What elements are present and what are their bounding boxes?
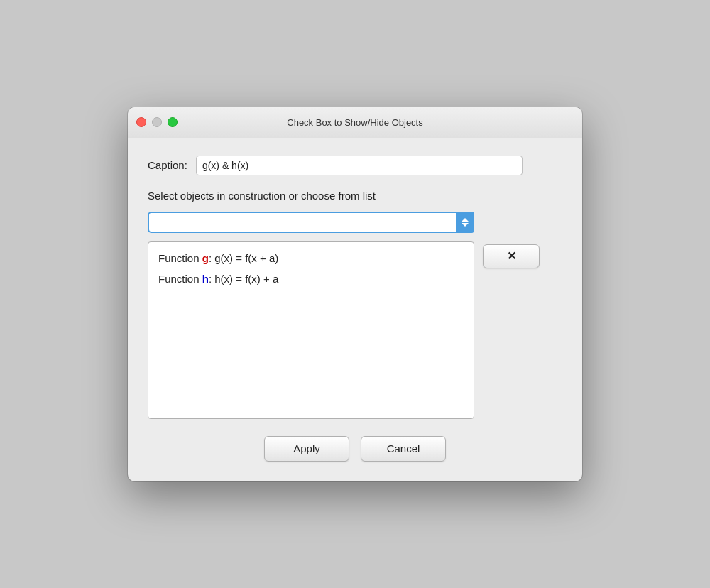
remove-button[interactable]: ✕ [483, 244, 540, 268]
list-item-suffix-1: : g(x) = f(x + a) [209, 252, 278, 264]
list-item-prefix-2: Function [158, 273, 202, 285]
close-button[interactable] [136, 117, 146, 127]
dialog-window: Check Box to Show/Hide Objects Caption: … [128, 107, 582, 481]
object-dropdown-wrapper [148, 212, 474, 233]
maximize-button[interactable] [168, 117, 178, 127]
dialog-content: Caption: Select objects in construction … [128, 138, 582, 481]
dropdown-row [148, 212, 562, 233]
list-area-row: Function g: g(x) = f(x + a) Function h: … [148, 241, 562, 419]
window-title: Check Box to Show/Hide Objects [287, 117, 422, 128]
minimize-button[interactable] [152, 117, 162, 127]
caption-label: Caption: [148, 159, 187, 171]
list-item[interactable]: Function g: g(x) = f(x + a) [151, 248, 471, 268]
object-dropdown[interactable] [148, 212, 474, 233]
traffic-lights [136, 117, 178, 127]
apply-button[interactable]: Apply [264, 436, 349, 462]
caption-input[interactable] [196, 156, 523, 175]
list-item-prefix-1: Function [158, 252, 202, 264]
caption-row: Caption: [148, 156, 562, 175]
action-buttons-row: Apply Cancel [148, 436, 562, 462]
cancel-button[interactable]: Cancel [361, 436, 446, 462]
titlebar: Check Box to Show/Hide Objects [128, 107, 582, 138]
list-item-name-h: h [202, 273, 209, 285]
list-item[interactable]: Function h: h(x) = f(x) + a [151, 268, 471, 289]
list-item-suffix-2: : h(x) = f(x) + a [209, 273, 278, 285]
selected-objects-list[interactable]: Function g: g(x) = f(x + a) Function h: … [148, 241, 474, 419]
instruction-text: Select objects in construction or choose… [148, 190, 562, 202]
list-item-name-g: g [202, 252, 209, 264]
